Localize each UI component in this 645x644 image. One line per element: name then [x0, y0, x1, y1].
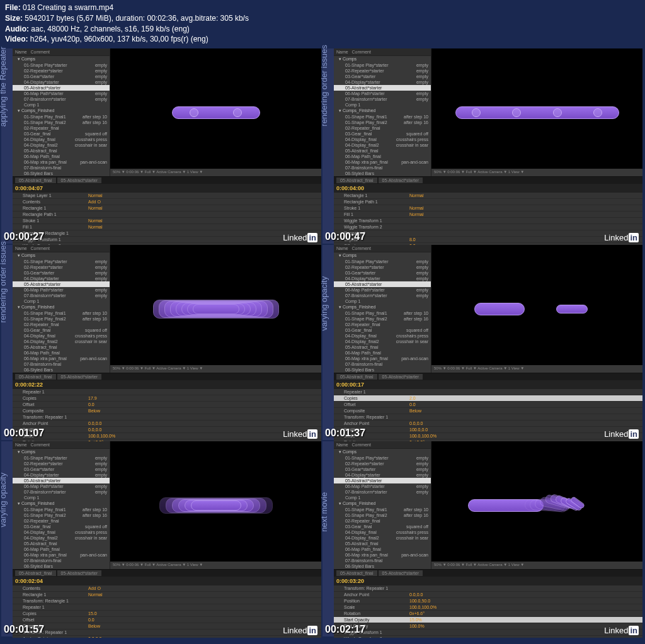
timeline-property-row[interactable]: Position0.0,0.0 [13, 427, 321, 433]
project-item[interactable]: 01-Shape Play_final1after step 10 [13, 310, 110, 316]
project-item[interactable]: 02-Repeater_final [13, 125, 110, 131]
project-item[interactable]: 03-Gear*starterempty [13, 466, 110, 472]
project-item[interactable]: 03-Gear*starterempty [13, 74, 110, 79]
project-item[interactable]: 04-Display_final2crosshair in sear [334, 535, 431, 541]
project-panel[interactable]: Name Comment▾ Comps01-Shape Play*starter… [13, 245, 110, 373]
project-item[interactable]: 01-Shape Play_final1after step 10 [334, 310, 431, 316]
timeline-tab[interactable]: 05-Abstract*starter [379, 178, 423, 183]
project-item[interactable]: 07-Brainstorm*starterempty [13, 489, 110, 495]
project-item[interactable]: 01-Shape Play*starterempty [334, 62, 431, 68]
timeline-property-row[interactable]: Transform: Repeater 1 [334, 585, 642, 592]
project-item[interactable]: 04-Display_finalcrosshairs press [13, 333, 110, 339]
project-item[interactable]: 04-Display*starterempty [13, 276, 110, 281]
project-item[interactable]: 04-Display_final2crosshair in sear [334, 142, 431, 148]
timeline-tab[interactable]: 05-Abstract_final [15, 570, 56, 576]
timeline-property-row[interactable]: Copies2.0 [334, 395, 642, 402]
timeline-property-row[interactable]: Position100.0,50.0 [334, 598, 642, 604]
project-item[interactable]: 06-Map Path_final [13, 546, 110, 552]
timeline-property-row[interactable]: Scale100.0,100.0% [13, 433, 321, 439]
project-item[interactable]: 08-Styled Bars [13, 171, 110, 176]
project-item[interactable]: 02-Repeater*starterempty [334, 68, 431, 74]
timeline-property-row[interactable]: Stroke 1Normal [13, 218, 321, 224]
project-item[interactable]: 06-Map xtra pan_finalpan-and-scan [334, 356, 431, 361]
project-item[interactable]: 06-Map Path*starterempty [334, 483, 431, 489]
project-item[interactable]: 05-Abstract*starter [334, 281, 431, 287]
composition-preview[interactable]: 50% ▼ 0:00:06 ▼ Full ▼ Active Camera ▼ 1… [431, 441, 642, 569]
timeline-property-row[interactable]: Repeater 1 [334, 230, 642, 237]
timeline-property-row[interactable]: Rectangle 1Normal [13, 205, 321, 212]
project-item[interactable]: 06-Map Path*starterempty [334, 91, 431, 96]
project-item[interactable]: 06-Map xtra pan_finalpan-and-scan [13, 159, 110, 165]
timeline-property-row[interactable]: Wiggle Transform 1 [13, 237, 321, 243]
timeline-tab[interactable]: 05-Abstract*starter [57, 374, 101, 380]
timeline-property-row[interactable]: Scale100.0,100.0% [334, 604, 642, 611]
project-item[interactable]: 05-Abstract*starter [13, 85, 110, 91]
project-item[interactable]: 08-Styled Bars [334, 367, 431, 373]
project-item[interactable]: 02-Repeater*starterempty [13, 461, 110, 466]
project-panel[interactable]: Name Comment▾ Comps01-Shape Play*starter… [334, 441, 431, 569]
project-item[interactable]: 06-Map xtra pan_finalpan-and-scan [13, 356, 110, 361]
project-panel[interactable]: Name Comment▾ Comps01-Shape Play*starter… [334, 245, 431, 373]
project-item[interactable]: 01-Shape Play*starterempty [334, 259, 431, 264]
timeline-property-row[interactable]: Stroke 1Normal [334, 205, 642, 212]
project-item[interactable]: 03-Gear_finalsquared off [334, 131, 431, 137]
timeline-panel[interactable]: 05-Abstract_final05-Abstract*starter0:00… [13, 373, 321, 452]
project-item[interactable]: 03-Gear_finalsquared off [334, 327, 431, 333]
timeline-tab[interactable]: 05-Abstract_final [15, 374, 56, 380]
project-item[interactable]: 07-Brainstorm-final [334, 361, 431, 367]
project-item[interactable]: 02-Repeater_final [334, 518, 431, 524]
project-item[interactable]: 07-Brainstorm-final [334, 165, 431, 171]
timeline-property-row[interactable]: Scale100.0,100.0% [334, 433, 642, 439]
project-item[interactable]: 06-Map Path*starterempty [334, 287, 431, 293]
timeline-property-row[interactable]: ContentsAdd O [13, 199, 321, 205]
timeline-property-row[interactable]: Offset0.0 [334, 402, 642, 408]
project-item[interactable]: 02-Repeater*starterempty [334, 461, 431, 466]
project-item[interactable]: 07-Brainstorm-final [13, 361, 110, 367]
preview-controls[interactable]: 50% ▼ 0:00:06 ▼ Full ▼ Active Camera ▼ 1… [431, 562, 642, 569]
timeline-property-row[interactable]: Anchor Point0.0,0.0 [13, 421, 321, 427]
timeline-property-row[interactable]: Copies17.9 [13, 395, 321, 402]
project-item[interactable]: 03-Gear_finalsquared off [13, 131, 110, 137]
timeline-property-row[interactable]: Fill 1Normal [334, 212, 642, 218]
timeline-panel[interactable]: 05-Abstract_final05-Abstract*starter0:00… [334, 373, 642, 452]
timeline-property-row[interactable]: Shape Layer 1Normal [13, 193, 321, 199]
preview-controls[interactable]: 50% ▼ 0:00:06 ▼ Full ▼ Active Camera ▼ 1… [110, 169, 321, 176]
project-item[interactable]: 05-Abstract_final [13, 344, 110, 350]
project-item[interactable]: 06-Map Path_final [334, 154, 431, 159]
project-item[interactable]: 08-Styled Bars [13, 563, 110, 569]
timeline-property-row[interactable]: Copies15.0 [13, 611, 321, 617]
timeline-property-row[interactable]: ContentsAdd O [13, 585, 321, 592]
composition-preview[interactable]: 50% ▼ 0:00:06 ▼ Full ▼ Active Camera ▼ 1… [431, 48, 642, 176]
timecode[interactable]: 0:00:00:17 [336, 381, 364, 388]
timeline-property-row[interactable]: Copies8.0 [334, 237, 642, 243]
timeline-panel[interactable]: 05-Abstract_final05-Abstract*starter0:00… [334, 176, 642, 249]
project-item[interactable]: 08-Styled Bars [334, 171, 431, 176]
project-item[interactable]: 07-Brainstorm-final [13, 165, 110, 171]
project-item[interactable]: 07-Brainstorm*starterempty [13, 293, 110, 298]
project-item[interactable]: 01-Shape Play*starterempty [13, 62, 110, 68]
project-item[interactable]: 03-Gear_finalsquared off [13, 524, 110, 529]
project-item[interactable]: Comp 1 [13, 495, 110, 500]
timeline-property-row[interactable]: Position100.0,0.0 [334, 427, 642, 433]
timeline-panel[interactable]: 05-Abstract_final05-Abstract*starter0:00… [334, 569, 642, 638]
timeline-property-row[interactable]: Rectangle Path 1 [334, 199, 642, 205]
project-item[interactable]: 06-Map Path*starterempty [13, 91, 110, 96]
project-item[interactable]: 02-Repeater_final [334, 125, 431, 131]
project-item[interactable]: 06-Map Path_final [334, 350, 431, 356]
timeline-property-row[interactable]: Transform: Repeater 1 [13, 630, 321, 636]
project-item[interactable]: 06-Map Path*starterempty [13, 287, 110, 293]
timeline-property-row[interactable]: Rectangle 1Normal [334, 193, 642, 199]
project-item[interactable]: Comp 1 [13, 102, 110, 108]
timeline-tab[interactable]: 05-Abstract*starter [379, 570, 423, 576]
project-item[interactable]: 01-Shape Play_final2after step 16 [13, 512, 110, 518]
project-item[interactable]: 05-Abstract_final [13, 541, 110, 546]
project-item[interactable]: 06-Map xtra pan_finalpan-and-scan [334, 159, 431, 165]
project-item[interactable]: 07-Brainstorm-final [334, 558, 431, 563]
preview-controls[interactable]: 50% ▼ 0:00:06 ▼ Full ▼ Active Camera ▼ 1… [110, 365, 321, 373]
project-item[interactable]: 06-Map Path*starterempty [13, 483, 110, 489]
project-panel[interactable]: Name Comment▾ Comps01-Shape Play*starter… [334, 48, 431, 176]
project-item[interactable]: 06-Map Path_final [13, 350, 110, 356]
project-item[interactable]: 04-Display_finalcrosshairs press [334, 529, 431, 535]
composition-preview[interactable]: 50% ▼ 0:00:06 ▼ Full ▼ Active Camera ▼ 1… [110, 441, 321, 569]
project-item[interactable]: 02-Repeater_final [334, 322, 431, 327]
